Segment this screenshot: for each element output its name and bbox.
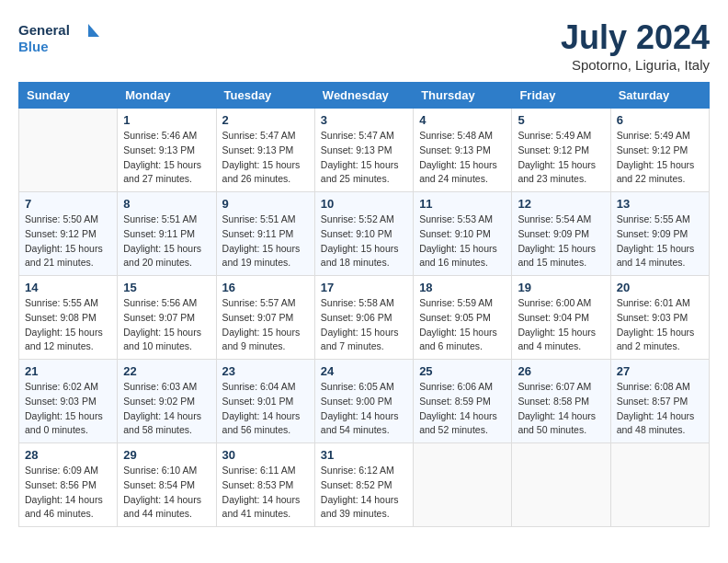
page-header: General Blue July 2024 Spotorno, Liguria…: [18, 18, 710, 73]
day-info: Sunrise: 5:52 AMSunset: 9:10 PMDaylight:…: [321, 213, 407, 270]
calendar-cell: [512, 443, 610, 527]
day-info: Sunrise: 5:59 AMSunset: 9:05 PMDaylight:…: [419, 296, 506, 354]
col-header-saturday: Saturday: [610, 83, 709, 109]
day-info: Sunrise: 5:47 AMSunset: 9:13 PMDaylight:…: [222, 129, 309, 187]
day-info: Sunrise: 6:00 AMSunset: 9:04 PMDaylight:…: [518, 296, 604, 354]
day-number: 29: [123, 448, 210, 462]
day-number: 18: [419, 281, 506, 294]
col-header-sunday: Sunday: [19, 83, 118, 109]
calendar-cell: 28Sunrise: 6:09 AMSunset: 8:56 PMDayligh…: [19, 443, 118, 527]
day-info: Sunrise: 5:51 AMSunset: 9:11 PMDaylight:…: [123, 213, 210, 270]
calendar-cell: 5Sunrise: 5:49 AMSunset: 9:12 PMDaylight…: [512, 109, 610, 192]
col-header-thursday: Thursday: [414, 83, 512, 109]
day-number: 30: [222, 448, 309, 462]
day-info: Sunrise: 5:49 AMSunset: 9:12 PMDaylight:…: [518, 129, 604, 187]
calendar-cell: [414, 443, 512, 527]
calendar-cell: 30Sunrise: 6:11 AMSunset: 8:53 PMDayligh…: [216, 443, 314, 527]
day-number: 14: [25, 281, 111, 294]
day-info: Sunrise: 5:47 AMSunset: 9:13 PMDaylight:…: [321, 129, 407, 187]
calendar-cell: 11Sunrise: 5:53 AMSunset: 9:10 PMDayligh…: [414, 192, 512, 276]
calendar-cell: [19, 109, 118, 192]
calendar-cell: 3Sunrise: 5:47 AMSunset: 9:13 PMDaylight…: [314, 109, 413, 192]
day-number: 28: [25, 448, 111, 462]
day-number: 17: [321, 281, 407, 294]
calendar-cell: 20Sunrise: 6:01 AMSunset: 9:03 PMDayligh…: [610, 276, 709, 360]
day-info: Sunrise: 6:03 AMSunset: 9:02 PMDaylight:…: [123, 380, 210, 438]
calendar-cell: 8Sunrise: 5:51 AMSunset: 9:11 PMDaylight…: [118, 192, 216, 276]
calendar-cell: 15Sunrise: 5:56 AMSunset: 9:07 PMDayligh…: [118, 276, 216, 360]
day-number: 31: [321, 448, 407, 462]
calendar-cell: 9Sunrise: 5:51 AMSunset: 9:11 PMDaylight…: [216, 192, 314, 276]
calendar-cell: 25Sunrise: 6:06 AMSunset: 8:59 PMDayligh…: [414, 360, 512, 443]
day-info: Sunrise: 5:58 AMSunset: 9:06 PMDaylight:…: [321, 296, 407, 354]
day-number: 9: [222, 197, 309, 211]
day-number: 26: [518, 364, 604, 378]
calendar-cell: 7Sunrise: 5:50 AMSunset: 9:12 PMDaylight…: [19, 192, 118, 276]
day-number: 21: [25, 364, 111, 378]
month-title: July 2024: [561, 18, 710, 57]
day-info: Sunrise: 5:46 AMSunset: 9:13 PMDaylight:…: [123, 129, 210, 187]
day-number: 16: [222, 281, 309, 294]
calendar-cell: 31Sunrise: 6:12 AMSunset: 8:52 PMDayligh…: [314, 443, 413, 527]
day-number: 5: [518, 113, 604, 127]
day-info: Sunrise: 5:55 AMSunset: 9:09 PMDaylight:…: [617, 213, 703, 270]
calendar-table: SundayMondayTuesdayWednesdayThursdayFrid…: [18, 82, 710, 527]
day-info: Sunrise: 6:12 AMSunset: 8:52 PMDaylight:…: [321, 464, 407, 522]
day-info: Sunrise: 5:54 AMSunset: 9:09 PMDaylight:…: [518, 213, 604, 270]
day-number: 6: [617, 113, 703, 127]
day-info: Sunrise: 6:02 AMSunset: 9:03 PMDaylight:…: [25, 380, 111, 438]
day-number: 25: [419, 364, 506, 378]
day-info: Sunrise: 5:53 AMSunset: 9:10 PMDaylight:…: [419, 213, 506, 270]
calendar-cell: 6Sunrise: 5:49 AMSunset: 9:12 PMDaylight…: [610, 109, 709, 192]
day-number: 12: [518, 197, 604, 211]
title-block: July 2024 Spotorno, Liguria, Italy: [561, 18, 710, 73]
calendar-cell: 18Sunrise: 5:59 AMSunset: 9:05 PMDayligh…: [414, 276, 512, 360]
day-number: 24: [321, 364, 407, 378]
calendar-cell: 29Sunrise: 6:10 AMSunset: 8:54 PMDayligh…: [118, 443, 216, 527]
calendar-cell: 12Sunrise: 5:54 AMSunset: 9:09 PMDayligh…: [512, 192, 610, 276]
calendar-cell: 19Sunrise: 6:00 AMSunset: 9:04 PMDayligh…: [512, 276, 610, 360]
day-number: 22: [123, 364, 210, 378]
day-info: Sunrise: 6:07 AMSunset: 8:58 PMDaylight:…: [518, 380, 604, 438]
col-header-tuesday: Tuesday: [216, 83, 314, 109]
calendar-cell: 24Sunrise: 6:05 AMSunset: 9:00 PMDayligh…: [314, 360, 413, 443]
day-info: Sunrise: 5:49 AMSunset: 9:12 PMDaylight:…: [617, 129, 703, 187]
calendar-cell: [610, 443, 709, 527]
day-info: Sunrise: 6:04 AMSunset: 9:01 PMDaylight:…: [222, 380, 309, 438]
day-number: 7: [25, 197, 111, 211]
logo: General Blue: [18, 18, 101, 59]
calendar-cell: 1Sunrise: 5:46 AMSunset: 9:13 PMDaylight…: [118, 109, 216, 192]
day-number: 10: [321, 197, 407, 211]
day-number: 13: [617, 197, 703, 211]
col-header-friday: Friday: [512, 83, 610, 109]
calendar-cell: 14Sunrise: 5:55 AMSunset: 9:08 PMDayligh…: [19, 276, 118, 360]
day-info: Sunrise: 5:56 AMSunset: 9:07 PMDaylight:…: [123, 296, 210, 354]
svg-marker-2: [88, 24, 99, 37]
svg-text:General: General: [18, 22, 70, 38]
calendar-cell: 22Sunrise: 6:03 AMSunset: 9:02 PMDayligh…: [118, 360, 216, 443]
day-info: Sunrise: 6:05 AMSunset: 9:00 PMDaylight:…: [321, 380, 407, 438]
location-subtitle: Spotorno, Liguria, Italy: [561, 57, 710, 73]
calendar-cell: 2Sunrise: 5:47 AMSunset: 9:13 PMDaylight…: [216, 109, 314, 192]
day-info: Sunrise: 6:06 AMSunset: 8:59 PMDaylight:…: [419, 380, 506, 438]
day-number: 15: [123, 281, 210, 294]
col-header-monday: Monday: [118, 83, 216, 109]
day-info: Sunrise: 6:11 AMSunset: 8:53 PMDaylight:…: [222, 464, 309, 522]
svg-text:Blue: Blue: [18, 39, 49, 54]
calendar-cell: 23Sunrise: 6:04 AMSunset: 9:01 PMDayligh…: [216, 360, 314, 443]
calendar-cell: 16Sunrise: 5:57 AMSunset: 9:07 PMDayligh…: [216, 276, 314, 360]
day-number: 2: [222, 113, 309, 127]
calendar-cell: 27Sunrise: 6:08 AMSunset: 8:57 PMDayligh…: [610, 360, 709, 443]
day-number: 23: [222, 364, 309, 378]
calendar-cell: 21Sunrise: 6:02 AMSunset: 9:03 PMDayligh…: [19, 360, 118, 443]
calendar-cell: 10Sunrise: 5:52 AMSunset: 9:10 PMDayligh…: [314, 192, 413, 276]
day-info: Sunrise: 6:01 AMSunset: 9:03 PMDaylight:…: [617, 296, 703, 354]
day-number: 19: [518, 281, 604, 294]
day-number: 20: [617, 281, 703, 294]
logo-icon: General Blue: [18, 18, 101, 59]
day-number: 1: [123, 113, 210, 127]
day-number: 3: [321, 113, 407, 127]
day-info: Sunrise: 5:51 AMSunset: 9:11 PMDaylight:…: [222, 213, 309, 270]
day-number: 11: [419, 197, 506, 211]
day-info: Sunrise: 6:10 AMSunset: 8:54 PMDaylight:…: [123, 464, 210, 522]
